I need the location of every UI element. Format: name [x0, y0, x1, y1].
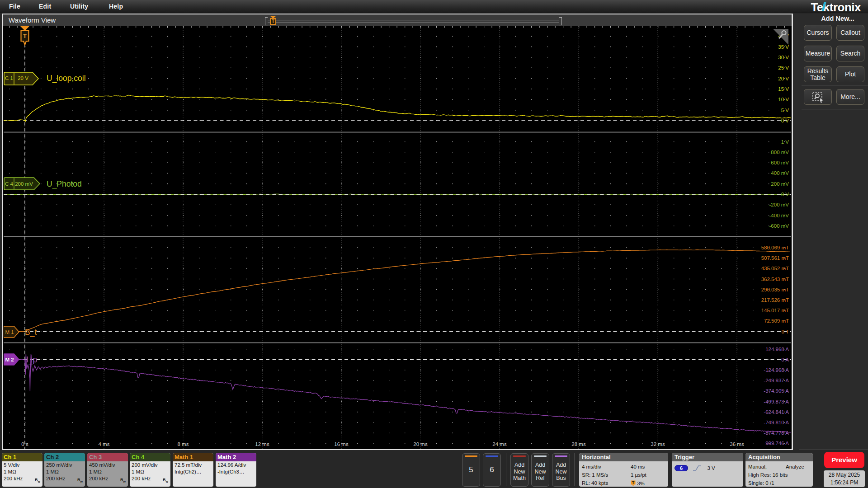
svg-text:10 V: 10 V: [778, 97, 789, 102]
svg-text:-400 mV: -400 mV: [769, 213, 789, 218]
svg-text:8 ms: 8 ms: [178, 441, 189, 447]
svg-text:-600 mV: -600 mV: [769, 223, 789, 229]
svg-text:5 V: 5 V: [781, 108, 789, 113]
svg-text:C 1: C 1: [5, 75, 13, 81]
svg-text:I_p: I_p: [26, 355, 37, 365]
svg-text:24 ms: 24 ms: [492, 441, 507, 447]
svg-text:-124.968 A: -124.968 A: [764, 367, 789, 373]
svg-text:20 V: 20 V: [778, 76, 789, 81]
svg-text:-249.937 A: -249.937 A: [764, 378, 789, 383]
svg-text:32 ms: 32 ms: [651, 441, 665, 447]
svg-text:507.561 mT: 507.561 mT: [761, 255, 789, 261]
svg-text:0 T: 0 T: [782, 329, 789, 334]
svg-text:0 s: 0 s: [21, 441, 28, 447]
svg-text:C 4: C 4: [5, 181, 14, 187]
svg-text:145.017 mT: 145.017 mT: [761, 308, 789, 313]
svg-text:-749.810 A: -749.810 A: [764, 420, 789, 425]
svg-text:1 V: 1 V: [781, 139, 789, 145]
svg-text:20 V: 20 V: [18, 75, 28, 81]
svg-text:0 V: 0 V: [781, 118, 789, 123]
svg-text:580.069 mT: 580.069 mT: [761, 245, 789, 250]
svg-text:20 ms: 20 ms: [413, 441, 428, 447]
svg-text:U_Photod: U_Photod: [47, 179, 82, 189]
svg-text:-200 mV: -200 mV: [769, 202, 789, 207]
svg-text:B_t: B_t: [25, 328, 37, 337]
svg-text:25 V: 25 V: [778, 65, 789, 70]
svg-text:435.052 mT: 435.052 mT: [761, 266, 789, 271]
svg-text:15 V: 15 V: [778, 86, 789, 92]
svg-text:36 ms: 36 ms: [730, 441, 744, 447]
svg-text:T: T: [632, 480, 635, 485]
svg-text:-499.873 A: -499.873 A: [764, 399, 789, 404]
svg-text:M 2: M 2: [5, 357, 14, 362]
svg-text:200 mV: 200 mV: [771, 181, 789, 187]
svg-text:800 mV: 800 mV: [771, 150, 789, 155]
svg-text:-374.905 A: -374.905 A: [764, 388, 789, 394]
svg-text:28 ms: 28 ms: [571, 441, 586, 447]
svg-text:400 mV: 400 mV: [771, 170, 789, 176]
svg-text:72.509 mT: 72.509 mT: [764, 318, 789, 324]
svg-text:200 mV: 200 mV: [15, 181, 33, 187]
svg-text:362.543 mT: 362.543 mT: [761, 277, 789, 282]
svg-text:124.968 A: 124.968 A: [765, 347, 789, 352]
svg-text:-624.841 A: -624.841 A: [764, 409, 789, 415]
svg-text:12 ms: 12 ms: [255, 441, 269, 447]
svg-text:30 V: 30 V: [778, 55, 789, 60]
svg-text:16 ms: 16 ms: [334, 441, 349, 447]
svg-text:35 V: 35 V: [778, 44, 789, 50]
svg-text:290.035 mT: 290.035 mT: [761, 287, 789, 292]
svg-text:217.526 mT: 217.526 mT: [761, 297, 789, 303]
svg-text:0 A: 0 A: [781, 357, 789, 362]
svg-text:4 ms: 4 ms: [99, 441, 110, 447]
svg-text:600 mV: 600 mV: [771, 160, 789, 165]
svg-text:U_loop,coil: U_loop,coil: [47, 74, 86, 83]
svg-text:-999.746 A: -999.746 A: [764, 441, 789, 446]
svg-text:T: T: [23, 33, 27, 39]
svg-text:T: T: [272, 19, 274, 24]
svg-text:M 1: M 1: [5, 329, 14, 335]
